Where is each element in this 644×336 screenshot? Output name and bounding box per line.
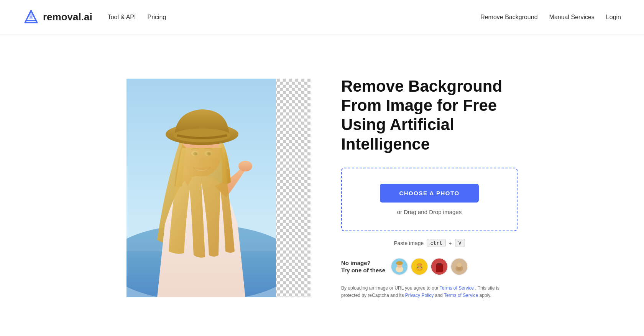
- hero-photo-svg: [127, 79, 276, 297]
- plus-sign: +: [449, 240, 452, 246]
- header-left: removal.ai Tool & API Pricing: [23, 9, 166, 25]
- svg-point-30: [457, 267, 462, 270]
- sample-4-icon: [451, 259, 467, 275]
- nav-remove-background[interactable]: Remove Background: [480, 14, 537, 21]
- hero-image-section: [127, 79, 310, 297]
- header: removal.ai Tool & API Pricing Remove Bac…: [0, 0, 644, 35]
- terms-of-service-link-2[interactable]: Terms of Service: [444, 293, 478, 298]
- hero-image-container: [127, 79, 310, 297]
- drag-drop-text: or Drag and Drop images: [397, 209, 462, 215]
- content-section: Remove Background From Image for Free Us…: [341, 77, 518, 300]
- sample-thumb-1[interactable]: [391, 258, 408, 275]
- ctrl-key: ctrl: [427, 239, 445, 247]
- svg-rect-26: [437, 263, 442, 265]
- sample-images: 🍔: [391, 258, 468, 275]
- sample-row: No image? Try one of these �: [341, 258, 518, 275]
- svg-point-5: [238, 161, 252, 171]
- sample-thumb-2[interactable]: 🍔: [411, 258, 428, 275]
- sample-label: No image? Try one of these: [341, 259, 385, 274]
- legal-text: By uploading an image or URL you agree t…: [341, 285, 518, 299]
- nav-pricing[interactable]: Pricing: [147, 14, 166, 21]
- header-right: Remove Background Manual Services Login: [480, 14, 621, 21]
- svg-text:🍔: 🍔: [416, 263, 423, 270]
- main-content: Remove Background From Image for Free Us…: [0, 35, 644, 334]
- sample-thumb-4[interactable]: [450, 258, 468, 275]
- sample-1-icon: [391, 259, 407, 275]
- nav-manual-services[interactable]: Manual Services: [549, 14, 595, 21]
- nav-tool-api[interactable]: Tool & API: [108, 14, 136, 21]
- login-button[interactable]: Login: [606, 14, 621, 21]
- paste-row: Paste image ctrl + V: [341, 239, 518, 247]
- paste-label: Paste image: [394, 240, 424, 246]
- svg-point-29: [457, 263, 462, 267]
- terms-of-service-link-1[interactable]: Terms of Service: [440, 285, 474, 291]
- sample-3-icon: [431, 259, 447, 275]
- logo-text: removal.ai: [43, 11, 92, 23]
- hero-title: Remove Background From Image for Free Us…: [341, 77, 518, 154]
- logo[interactable]: removal.ai: [23, 9, 92, 25]
- hero-photo: [127, 79, 276, 297]
- sample-2-icon: 🍔: [411, 259, 427, 275]
- left-nav: Tool & API Pricing: [108, 14, 166, 21]
- sample-thumb-3[interactable]: [430, 258, 448, 275]
- choose-photo-button[interactable]: CHOOSE A PHOTO: [380, 184, 478, 203]
- privacy-policy-link[interactable]: Privacy Policy: [405, 293, 434, 298]
- v-key: V: [455, 239, 465, 247]
- logo-icon: [23, 9, 39, 25]
- upload-dropzone[interactable]: CHOOSE A PHOTO or Drag and Drop images: [341, 168, 518, 231]
- svg-point-20: [396, 261, 403, 265]
